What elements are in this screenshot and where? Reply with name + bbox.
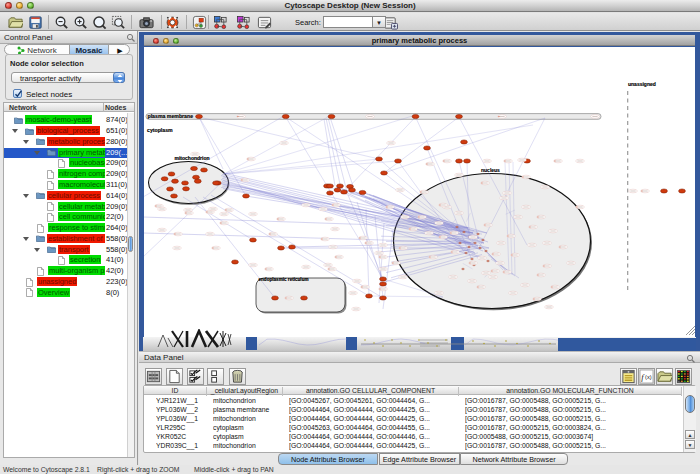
svg-text:cytoplasm: cytoplasm — [147, 127, 173, 133]
svg-text:(x): (x) — [645, 374, 652, 380]
svg-text:nucleus: nucleus — [481, 167, 500, 173]
svg-text:unassigned: unassigned — [628, 81, 656, 87]
svg-text:plasma membrane: plasma membrane — [148, 113, 194, 119]
svg-text:endoplasmic reticulum: endoplasmic reticulum — [259, 277, 309, 282]
